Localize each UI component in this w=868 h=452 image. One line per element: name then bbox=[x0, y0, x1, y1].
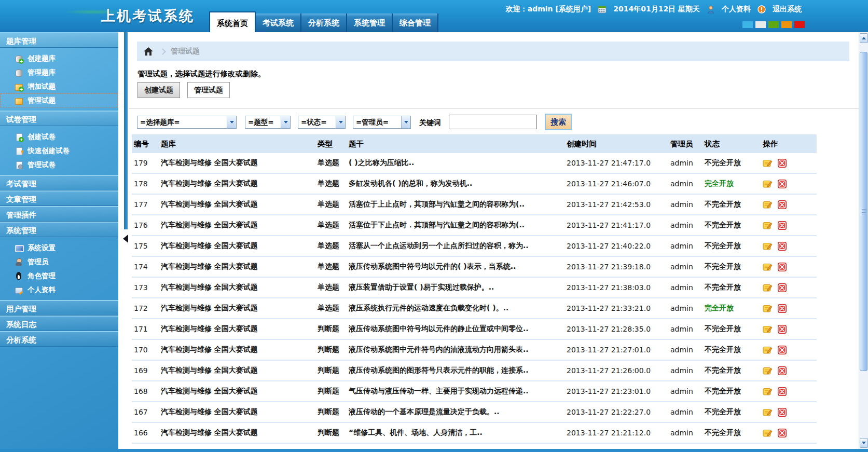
tab-analysis-system[interactable]: 分析系统 bbox=[301, 13, 347, 32]
create-question-button[interactable]: 创建试题 bbox=[137, 82, 180, 98]
table-row[interactable]: 178 汽车检测与维修 全国大赛试题 单选题 多缸发动机各( )的总和，称为发动… bbox=[132, 173, 817, 194]
admin-select[interactable]: =管理员= bbox=[353, 116, 411, 129]
tab-system-home[interactable]: 系统首页 bbox=[209, 11, 256, 32]
delete-icon[interactable] bbox=[778, 200, 787, 209]
table-row[interactable]: 169 汽车检测与维修 全国大赛试题 判断题 液压传动系统图的图形符号只表示元件… bbox=[132, 360, 817, 381]
tab-system-management[interactable]: 系统管理 bbox=[347, 13, 393, 32]
theme-swatch-green[interactable] bbox=[768, 21, 779, 28]
table-row[interactable]: 166 汽车检测与维修 全国大赛试题 判断题 “维修工具、机件、场地、人身清洁，… bbox=[132, 422, 817, 443]
sidebar-section-title-article-mgmt[interactable]: 文章管理 bbox=[0, 190, 118, 206]
cell-id: 167 bbox=[132, 402, 159, 422]
manage-question-button[interactable]: 管理试题 bbox=[187, 82, 230, 98]
edit-icon[interactable] bbox=[763, 325, 773, 334]
table-row[interactable]: 172 汽车检测与维修 全国大赛试题 单选题 液压系统执行元件的运动速度在负载变… bbox=[132, 298, 817, 319]
delete-icon[interactable] bbox=[778, 180, 787, 188]
sidebar-item-quick-create-paper[interactable]: 快速创建试卷 bbox=[1, 144, 118, 158]
delete-icon[interactable] bbox=[778, 242, 787, 251]
scroll-thumb[interactable] bbox=[860, 52, 867, 371]
sidebar-item-create-paper[interactable]: 创建试卷 bbox=[1, 130, 118, 144]
sidebar-section-title-plugin-mgmt[interactable]: 管理插件 bbox=[0, 206, 118, 222]
vertical-scrollbar[interactable] bbox=[859, 32, 868, 449]
edit-icon[interactable] bbox=[763, 159, 773, 168]
sidebar-section-title-paper-mgmt[interactable]: 试卷管理 bbox=[0, 111, 118, 126]
sidebar-item-personal-profile[interactable]: 个人资料 bbox=[1, 283, 118, 297]
theme-swatch-blue[interactable] bbox=[742, 21, 753, 28]
table-row[interactable]: 171 汽车检测与维修 全国大赛试题 判断题 液压传动系统图中符号均以元件的静止… bbox=[132, 319, 817, 339]
delete-icon[interactable] bbox=[778, 387, 787, 396]
sidebar-section-title-exam-mgmt[interactable]: 考试管理 bbox=[0, 175, 118, 190]
sidebar-item-system-settings[interactable]: 系统设置 bbox=[1, 241, 118, 255]
table-row[interactable]: 167 汽车检测与维修 全国大赛试题 判断题 液压传动的一个基本原理是流量决定于… bbox=[132, 402, 817, 422]
delete-icon[interactable] bbox=[778, 263, 787, 271]
chevron-down-icon[interactable] bbox=[227, 116, 236, 128]
edit-icon[interactable] bbox=[763, 366, 773, 375]
edit-icon[interactable] bbox=[763, 304, 773, 313]
tab-exam-system[interactable]: 考试系统 bbox=[256, 13, 301, 32]
home-icon[interactable] bbox=[143, 47, 154, 56]
edit-icon[interactable] bbox=[763, 408, 773, 417]
sidebar-section-title-user-mgmt[interactable]: 用户管理 bbox=[0, 300, 118, 316]
type-select[interactable]: =题型= bbox=[245, 116, 291, 129]
sidebar-item-manage-question-bank[interactable]: 管理题库 bbox=[1, 65, 118, 79]
cell-stem: 液压传动系统图中符号均以元件的( )表示，当系统.. bbox=[347, 256, 564, 277]
chevron-down-icon[interactable] bbox=[281, 116, 290, 128]
logout-link[interactable]: 退出系统 bbox=[773, 5, 802, 14]
edit-icon[interactable] bbox=[763, 387, 773, 396]
delete-icon[interactable] bbox=[778, 429, 787, 437]
edit-icon[interactable] bbox=[763, 346, 773, 354]
theme-swatch-red[interactable] bbox=[794, 21, 805, 28]
edit-icon[interactable] bbox=[763, 200, 773, 209]
edit-icon[interactable] bbox=[763, 242, 773, 251]
scroll-down-button[interactable] bbox=[860, 438, 868, 448]
keyword-input[interactable] bbox=[449, 115, 537, 129]
table-row[interactable]: 179 汽车检测与维修 全国大赛试题 单选题 ( )之比称为压缩比.. 2013… bbox=[132, 153, 817, 173]
profile-link[interactable]: 个人资料 bbox=[722, 5, 751, 14]
sidebar-section-title-system-mgmt[interactable]: 系统管理 bbox=[0, 222, 118, 237]
search-button[interactable]: 搜索 bbox=[545, 114, 572, 130]
sidebar-item-create-question-bank[interactable]: 创建题库 bbox=[1, 51, 118, 65]
table-row[interactable]: 176 汽车检测与维修 全国大赛试题 单选题 活塞位于下止点时．其顶部与汽缸盖之… bbox=[132, 215, 817, 236]
cell-admin: admin bbox=[668, 402, 702, 422]
table-row[interactable]: 168 汽车检测与维修 全国大赛试题 判断题 气压传动与液压传动一样、主要用于实… bbox=[132, 381, 817, 402]
delete-icon[interactable] bbox=[778, 325, 787, 334]
sidebar-item-add-question[interactable]: 增加试题 bbox=[1, 79, 118, 93]
theme-swatch-gray[interactable] bbox=[755, 21, 766, 28]
edit-icon[interactable] bbox=[763, 429, 773, 437]
cell-admin: admin bbox=[668, 256, 702, 277]
type-select-value: =题型= bbox=[245, 118, 281, 127]
sidebar-item-manage-question[interactable]: 管理试题 bbox=[1, 93, 118, 107]
cell-status: 不完全开放 bbox=[702, 381, 761, 402]
tab-general-management[interactable]: 综合管理 bbox=[393, 13, 438, 32]
chevron-down-icon[interactable] bbox=[336, 116, 345, 128]
edit-icon[interactable] bbox=[763, 221, 773, 230]
delete-icon[interactable] bbox=[778, 408, 787, 417]
edit-icon[interactable] bbox=[763, 283, 773, 292]
delete-icon[interactable] bbox=[778, 366, 787, 375]
table-row[interactable]: 177 汽车检测与维修 全国大赛试题 单选题 活塞位于上止点时，其顶部与汽缸盖之… bbox=[132, 194, 817, 215]
delete-icon[interactable] bbox=[778, 159, 787, 168]
theme-swatch-orange[interactable] bbox=[781, 21, 792, 28]
sidebar-section-title-system-log[interactable]: 系统日志 bbox=[0, 316, 118, 331]
table-row[interactable]: 173 汽车检测与维修 全国大赛试题 单选题 液压装置借助于设置( )易于实现过… bbox=[132, 277, 817, 298]
chevron-down-icon[interactable] bbox=[401, 116, 410, 128]
sidebar-section-title-question-bank-mgmt[interactable]: 题库管理 bbox=[0, 32, 118, 48]
bank-select[interactable]: =选择题库= bbox=[137, 116, 237, 129]
table-row[interactable]: 175 汽车检测与维修 全国大赛试题 单选题 活塞从一个止点运动到另一个止点所扫… bbox=[132, 236, 817, 256]
edit-icon[interactable] bbox=[763, 263, 773, 271]
table-row[interactable]: 170 汽车检测与维修 全国大赛试题 判断题 液压传动系统图中元件符号内的油液流… bbox=[132, 339, 817, 360]
sidebar-item-role-management[interactable]: 角色管理 bbox=[1, 269, 118, 283]
table-row[interactable]: 174 汽车检测与维修 全国大赛试题 单选题 液压传动系统图中符号均以元件的( … bbox=[132, 256, 817, 277]
sidebar-item-administrators[interactable]: 管理员 bbox=[1, 255, 118, 269]
delete-icon[interactable] bbox=[778, 221, 787, 230]
status-select[interactable]: =状态= bbox=[298, 116, 346, 129]
theme-color-picker bbox=[742, 21, 805, 28]
scroll-up-button[interactable] bbox=[860, 33, 868, 43]
sidebar-section-title-analysis-system[interactable]: 分析系统 bbox=[0, 331, 118, 347]
delete-icon[interactable] bbox=[778, 346, 787, 354]
sidebar-item-manage-paper[interactable]: 管理试卷 bbox=[1, 158, 118, 172]
edit-icon[interactable] bbox=[763, 180, 773, 188]
collapse-arrow-icon[interactable] bbox=[123, 235, 128, 243]
delete-icon[interactable] bbox=[778, 283, 787, 292]
delete-icon[interactable] bbox=[778, 304, 787, 313]
sidebar-splitter[interactable] bbox=[118, 32, 129, 449]
